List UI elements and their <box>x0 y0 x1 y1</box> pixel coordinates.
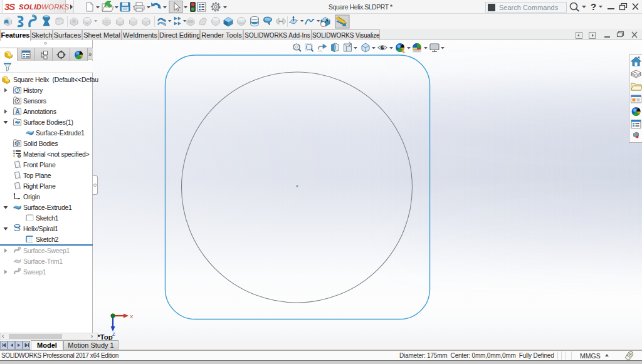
svg-text:WORKS: WORKS <box>41 3 70 11</box>
svg-text:SOLID: SOLID <box>19 3 41 11</box>
svg-text:X: X <box>130 314 134 320</box>
svg-text:Z: Z <box>112 331 115 337</box>
svg-text:?: ? <box>591 1 596 12</box>
svg-text:3S: 3S <box>4 1 15 12</box>
svg-text:A: A <box>15 108 19 115</box>
